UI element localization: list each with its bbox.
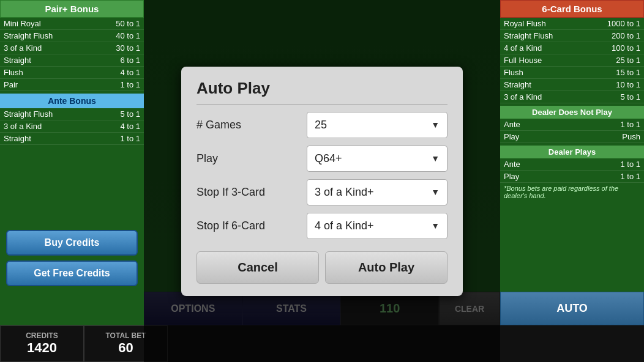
left-panel: Pair+ Bonus Mini Royal50 to 1Straight Fl… — [0, 0, 144, 362]
list-item: Mini Royal50 to 1 — [0, 18, 144, 30]
auto-button[interactable]: AUTO — [500, 292, 644, 325]
list-item: Ante1 to 1 — [500, 158, 644, 171]
games-label: # Games — [197, 119, 307, 131]
list-item: Straight10 to 1 — [500, 79, 644, 91]
list-item: Straight Flush200 to 1 — [500, 30, 644, 42]
credits-label: CREDITS — [26, 331, 58, 340]
list-item: 3 of a Kind5 to 1 — [500, 91, 644, 103]
list-item: Flush4 to 1 — [0, 67, 144, 79]
list-item: PlayPush — [500, 131, 644, 143]
list-item: Full House25 to 1 — [500, 54, 644, 67]
dealer-not-play-header: Dealer Does Not Play — [500, 106, 644, 119]
autoplay-dialog: Auto Play # Games 25 ▼ Play Q64+ ▼ Stop … — [181, 67, 463, 296]
list-item: Straight Flush40 to 1 — [0, 30, 144, 42]
dealer-note: *Bonus bets are paid regardless of the d… — [500, 183, 644, 201]
right-panel: 6-Card Bonus Royal Flush1000 to 1Straigh… — [500, 0, 644, 362]
list-item: Straight Flush5 to 1 — [0, 108, 144, 120]
credits-display: CREDITS 1420 — [0, 325, 84, 362]
list-item: Royal Flush1000 to 1 — [500, 18, 644, 30]
cancel-button[interactable]: Cancel — [197, 251, 319, 284]
stop-6card-label: Stop If 6-Card — [197, 220, 307, 232]
games-select[interactable]: 25 ▼ — [307, 112, 447, 138]
list-item: Flush15 to 1 — [500, 67, 644, 79]
total-bet-value: 60 — [118, 340, 133, 356]
list-item: Ante1 to 1 — [500, 119, 644, 131]
stop-3card-label: Stop If 3-Card — [197, 186, 307, 199]
stop-3card-value: 3 of a Kind+ — [315, 186, 374, 199]
ante-bonus-table: Straight Flush5 to 13 of a Kind4 to 1Str… — [0, 108, 144, 145]
pair-plus-table: Mini Royal50 to 1Straight Flush40 to 13 … — [0, 18, 144, 91]
list-item: 3 of a Kind4 to 1 — [0, 120, 144, 133]
list-item: Pair1 to 1 — [0, 79, 144, 91]
six-card-bonus-header: 6-Card Bonus — [500, 0, 644, 18]
list-item: 4 of a Kind100 to 1 — [500, 42, 644, 54]
list-item: Straight1 to 1 — [0, 133, 144, 145]
dealer-plays-header: Dealer Plays — [500, 146, 644, 158]
list-item: 3 of a Kind30 to 1 — [0, 42, 144, 54]
list-item: Play1 to 1 — [500, 171, 644, 183]
autoplay-confirm-button[interactable]: Auto Play — [325, 251, 447, 284]
play-label: Play — [197, 152, 307, 165]
dialog-title: Auto Play — [197, 79, 447, 105]
six-card-table: Royal Flush1000 to 1Straight Flush200 to… — [500, 18, 644, 103]
dialog-buttons: Cancel Auto Play — [197, 251, 447, 284]
games-row: # Games 25 ▼ — [197, 112, 447, 138]
play-select[interactable]: Q64+ ▼ — [307, 146, 447, 172]
dealer-not-play-table: Ante1 to 1PlayPush — [500, 119, 644, 143]
total-bet-label: TOTAL BET — [106, 331, 146, 340]
buy-credits-button[interactable]: Buy Credits — [6, 230, 138, 256]
stop-6card-arrow: ▼ — [431, 221, 440, 231]
play-row: Play Q64+ ▼ — [197, 146, 447, 172]
pair-plus-header: Pair+ Bonus — [0, 0, 144, 18]
credits-value: 1420 — [27, 340, 57, 356]
free-credits-button[interactable]: Get Free Credits — [6, 260, 138, 286]
list-item: Straight6 to 1 — [0, 54, 144, 67]
stop-6card-value: 4 of a Kind+ — [315, 220, 374, 232]
dialog-overlay: Auto Play # Games 25 ▼ Play Q64+ ▼ Stop … — [144, 0, 500, 362]
play-dropdown-arrow: ▼ — [431, 153, 440, 163]
games-value: 25 — [315, 119, 327, 131]
stop-3card-select[interactable]: 3 of a Kind+ ▼ — [307, 179, 447, 205]
stop-6card-row: Stop If 6-Card 4 of a Kind+ ▼ — [197, 213, 447, 239]
games-dropdown-arrow: ▼ — [431, 120, 440, 130]
stop-3card-arrow: ▼ — [431, 187, 440, 197]
play-value: Q64+ — [315, 152, 342, 165]
dealer-plays-table: Ante1 to 1Play1 to 1 — [500, 158, 644, 183]
stop-3card-row: Stop If 3-Card 3 of a Kind+ ▼ — [197, 179, 447, 205]
stop-6card-select[interactable]: 4 of a Kind+ ▼ — [307, 213, 447, 239]
ante-bonus-header: Ante Bonus — [0, 94, 144, 108]
